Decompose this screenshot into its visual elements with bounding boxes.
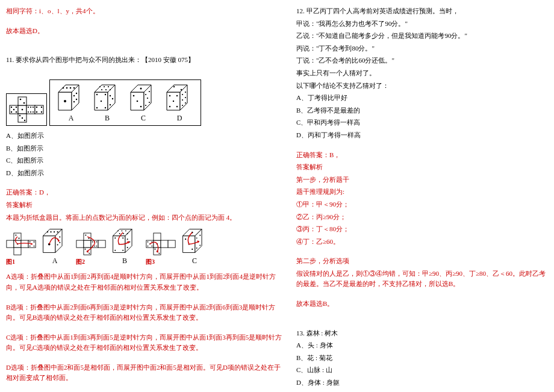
- svg-rect-3: [35, 105, 43, 114]
- svg-point-81: [185, 97, 186, 98]
- q12-stem-0: 12. 甲乙丙丁四个人高考前对英语成绩进行预测。当时，: [296, 6, 548, 17]
- q11-title: 11. 要求你从四个图形中把与众不同的挑出来：【2010 安徽 075】: [6, 55, 284, 66]
- fig2-label: 图2: [76, 257, 106, 267]
- svg-point-125: [85, 249, 86, 250]
- svg-point-94: [34, 241, 35, 243]
- svg-point-159: [155, 249, 156, 250]
- svg-point-132: [114, 237, 116, 238]
- label-c: C: [141, 113, 146, 124]
- svg-point-10: [13, 109, 14, 110]
- svg-point-156: [148, 246, 149, 247]
- svg-point-145: [127, 247, 128, 248]
- q12-opt-b: B、乙考得不是最差的: [296, 105, 548, 116]
- svg-point-44: [96, 107, 98, 108]
- svg-point-6: [20, 99, 22, 101]
- q13-opt-c: C、山脉 : 山: [296, 365, 548, 376]
- svg-point-48: [104, 86, 105, 87]
- q11-exp-b: B选项：折叠图中从面2到面6再到面3是逆时针方向，而展开图中从面2到面6到面3是…: [6, 302, 284, 323]
- svg-point-38: [76, 99, 77, 100]
- q12-opt-a: A、丁考得比甲好: [296, 93, 548, 104]
- net-fig2: 图2: [76, 232, 106, 267]
- svg-rect-112: [84, 240, 91, 247]
- q12-stem-2: 乙说："不知道自己能考多少分，但是我知道丙能考90分。": [296, 31, 548, 42]
- svg-point-72: [176, 95, 178, 96]
- svg-point-8: [11, 107, 12, 108]
- fig1-label: 图1: [6, 257, 36, 267]
- q11-figure-explanation: 图1 A: [6, 228, 284, 267]
- svg-point-9: [16, 107, 17, 108]
- svg-point-75: [176, 106, 178, 107]
- svg-point-82: [182, 105, 183, 106]
- q11-answer: 正确答案：D，: [6, 187, 284, 198]
- svg-point-138: [121, 231, 122, 232]
- svg-point-49: [108, 86, 109, 87]
- preface-line: 相同字符：i、o、l、y，共4个。: [6, 6, 284, 17]
- svg-point-90: [15, 235, 16, 236]
- cube-options: A B: [49, 79, 201, 126]
- svg-point-20: [36, 107, 37, 108]
- cube-exp-a: A: [40, 228, 70, 267]
- svg-point-36: [76, 93, 77, 94]
- net-fig3: 图3: [146, 232, 176, 267]
- svg-point-35: [73, 95, 75, 96]
- q12-stem-6: 以下哪个结论不支持乙猜对了：: [296, 81, 548, 92]
- svg-point-76: [173, 86, 175, 87]
- svg-point-16: [33, 107, 34, 108]
- svg-point-55: [110, 104, 111, 105]
- svg-point-95: [30, 246, 31, 247]
- svg-point-141: [123, 233, 124, 234]
- q11-analysis-p1: 本题为折纸盒题目。将面上的点数记为面的标记，例如：四个点的面记为面 4。: [6, 213, 284, 223]
- svg-point-18: [30, 111, 31, 113]
- svg-point-46: [101, 101, 102, 102]
- svg-point-54: [112, 98, 113, 99]
- left-column: 相同字符：i、o、l、y，共4个。 故本题选D。 11. 要求你从四个图形中把与…: [6, 6, 284, 386]
- svg-rect-86: [21, 240, 28, 247]
- svg-rect-84: [7, 240, 14, 247]
- svg-point-12: [16, 111, 17, 113]
- cube-option-c: C: [127, 84, 160, 124]
- label-b: B: [105, 113, 110, 124]
- svg-point-74: [169, 106, 170, 107]
- svg-point-22: [36, 111, 37, 113]
- svg-point-34: [73, 87, 75, 89]
- svg-rect-4: [18, 97, 26, 105]
- svg-point-25: [22, 117, 23, 119]
- svg-point-32: [66, 87, 68, 89]
- q12-answer: 正确答案：B，: [296, 150, 548, 161]
- svg-point-19: [33, 111, 34, 113]
- svg-point-7: [23, 102, 25, 104]
- svg-point-60: [137, 100, 138, 102]
- svg-point-63: [145, 94, 146, 95]
- svg-point-103: [50, 231, 51, 232]
- svg-point-59: [133, 95, 135, 96]
- svg-point-53: [110, 95, 111, 96]
- svg-rect-150: [168, 240, 175, 247]
- q11-exp-d: D选项：折叠图中面2和面5是相邻面，而展开图中面2和面5是相对面。可见D项的错误…: [6, 362, 284, 384]
- svg-point-67: [149, 102, 150, 103]
- svg-point-107: [59, 237, 60, 238]
- q12-rule-4: ④丁：乙≥60。: [296, 237, 548, 247]
- svg-point-143: [127, 238, 128, 240]
- svg-point-51: [105, 89, 107, 90]
- q13-opt-d: D、身体 : 身躯: [296, 378, 548, 388]
- svg-point-42: [96, 94, 98, 95]
- svg-point-52: [110, 89, 111, 90]
- svg-point-71: [169, 95, 170, 96]
- svg-point-124: [96, 246, 98, 247]
- cube-option-d: D: [163, 84, 196, 124]
- svg-point-109: [59, 242, 60, 243]
- q12-opt-c: C、甲和丙考得一样高: [296, 117, 548, 128]
- q11-exp-a: A选项：折叠图中从面1到面2再到面4是顺时针方向，而展开图中从面1到面2到面4是…: [6, 272, 284, 293]
- q13-opt-b: B、花 : 菊花: [296, 353, 548, 364]
- svg-point-15: [30, 107, 31, 108]
- svg-point-31: [63, 87, 64, 89]
- svg-point-17: [28, 111, 29, 113]
- cube-option-b: B: [91, 84, 123, 124]
- svg-point-24: [19, 115, 20, 116]
- q11-opt-a: A、如图所示: [6, 131, 284, 142]
- svg-point-93: [30, 241, 31, 243]
- right-column: 12. 甲乙丙丁四个人高考前对英语成绩进行预测。当时， 甲说："我再怎么努力也考…: [296, 6, 548, 386]
- svg-point-102: [47, 231, 48, 232]
- svg-point-119: [92, 241, 93, 243]
- svg-point-161: [158, 253, 160, 254]
